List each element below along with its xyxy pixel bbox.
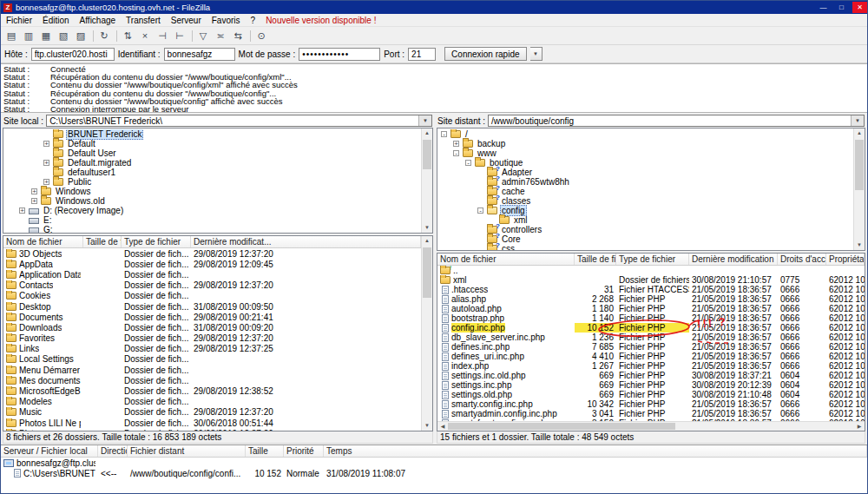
- local-file-row[interactable]: Documents Dossier de fich... 29/08/2019 …: [3, 312, 421, 322]
- local-tree-item[interactable]: Default.migrated: [3, 158, 421, 168]
- column-header[interactable]: Propriétai...: [826, 254, 865, 265]
- local-file-row[interactable]: Downloads Dossier de fich... 31/08/2019 …: [3, 322, 421, 333]
- column-header[interactable]: Droits d'accès: [778, 254, 826, 265]
- local-file-row[interactable]: MicrosoftEdgeB... Dossier de fich... 29/…: [3, 385, 421, 396]
- expander-icon[interactable]: [31, 198, 37, 204]
- toggle-local-tree-icon[interactable]: ▦: [37, 29, 55, 43]
- remote-file-row[interactable]: .htaccess 31 Fichier HTACCESS 21/05/2019…: [437, 285, 865, 294]
- expander-icon[interactable]: [19, 207, 25, 214]
- close-button[interactable]: ✕: [852, 2, 867, 13]
- maximize-button[interactable]: □: [834, 2, 849, 13]
- quickconnect-button[interactable]: Connexion rapide: [444, 47, 526, 61]
- remote-file-row[interactable]: ..: [437, 266, 865, 275]
- column-header[interactable]: Nom de fichier: [3, 236, 83, 247]
- toggle-log-icon[interactable]: ▥: [20, 29, 37, 43]
- local-file-row[interactable]: Photos LILI Ne p... Dossier de fich... 3…: [3, 418, 421, 428]
- expander-icon[interactable]: [477, 207, 483, 214]
- column-header[interactable]: Type de fichier: [616, 254, 689, 265]
- expander-icon[interactable]: [43, 160, 49, 166]
- remote-path-combobox[interactable]: /www/boutique/config ▼: [488, 115, 865, 127]
- scroll-up-icon[interactable]: ▲: [422, 128, 432, 138]
- local-file-row[interactable]: Pictures Dossier de fich... 29/08/2019 1…: [3, 428, 421, 431]
- menu-item[interactable]: Serveur: [166, 16, 207, 25]
- remote-file-row[interactable]: smarty.config.inc.php 10 342 Fichier PHP…: [437, 399, 865, 409]
- local-tree-item[interactable]: Windows.old: [3, 196, 421, 206]
- remote-list-hscrollbar[interactable]: ◀ ▶: [437, 421, 865, 431]
- combobox-arrow-icon[interactable]: ▼: [851, 115, 864, 126]
- minimize-button[interactable]: —: [816, 2, 831, 13]
- search-icon[interactable]: ⊙: [253, 29, 270, 43]
- scroll-up-icon[interactable]: ▲: [854, 128, 865, 138]
- local-tree-item[interactable]: defaultuser1: [3, 168, 421, 177]
- local-tree-item[interactable]: Default: [3, 139, 421, 148]
- expander-icon[interactable]: [453, 150, 459, 156]
- expander-icon[interactable]: [465, 160, 471, 166]
- scroll-up-icon[interactable]: ▲: [422, 236, 432, 246]
- scroll-down-icon[interactable]: ▼: [422, 223, 432, 233]
- password-input[interactable]: [299, 48, 380, 61]
- scrollbar-thumb[interactable]: [448, 423, 675, 430]
- remote-file-row[interactable]: xml Dossier de fichiers 30/08/2019 21:10…: [437, 275, 865, 285]
- local-file-row[interactable]: Menu Démarrer Dossier de fich...: [3, 365, 421, 375]
- synchronized-browsing-icon[interactable]: ⇆: [229, 29, 247, 43]
- scroll-down-icon[interactable]: ▼: [422, 421, 432, 431]
- queue-row[interactable]: bonnesafgz@ftp.cluster020...: [1, 458, 867, 468]
- expander-icon[interactable]: [453, 141, 459, 147]
- local-file-row[interactable]: 3D Objects Dossier de fich... 29/08/2019…: [3, 248, 421, 259]
- combobox-arrow-icon[interactable]: ▼: [418, 115, 431, 126]
- expander-icon[interactable]: [43, 141, 49, 147]
- remote-file-row[interactable]: defines.inc.php 7 685 Fichier PHP 21/05/…: [437, 342, 865, 352]
- local-tree-item[interactable]: Default User: [3, 148, 421, 158]
- scroll-right-icon[interactable]: ▶: [854, 422, 865, 431]
- column-header[interactable]: Priorité: [284, 445, 324, 457]
- menu-item[interactable]: Transfert: [121, 16, 166, 25]
- column-header[interactable]: Direction: [98, 445, 128, 457]
- local-file-row[interactable]: Modeles Dossier de fich...: [3, 397, 421, 407]
- local-tree-scrollbar[interactable]: ▲ ▼: [421, 128, 432, 233]
- local-file-row[interactable]: Application Data Dossier de fich...: [3, 269, 421, 280]
- scrollbar-thumb[interactable]: [855, 140, 864, 190]
- column-header[interactable]: Temps: [324, 445, 867, 457]
- local-tree-item[interactable]: G:: [3, 225, 421, 233]
- quickconnect-dropdown-icon[interactable]: ▼: [530, 47, 542, 61]
- local-file-row[interactable]: Music Dossier de fich... 29/08/2019 12:3…: [3, 407, 421, 418]
- column-header[interactable]: Taille de fi...: [575, 254, 616, 265]
- local-file-row[interactable]: Desktop Dossier de fich... 31/08/2019 00…: [3, 301, 421, 312]
- site-manager-icon[interactable]: ▤: [3, 29, 20, 43]
- menu-item[interactable]: Nouvelle version disponible !: [260, 16, 381, 25]
- toolbar-button[interactable]: [89, 29, 95, 43]
- remote-tree-item[interactable]: backup: [437, 139, 853, 148]
- remote-tree-item[interactable]: css: [437, 244, 853, 250]
- column-header[interactable]: Taille de fic...: [83, 236, 122, 247]
- menu-item[interactable]: Fichier: [1, 16, 37, 25]
- refresh-icon[interactable]: ↻: [95, 29, 113, 43]
- local-path-combobox[interactable]: C:\Users\BRUNET Frederick\ ▼: [46, 115, 432, 127]
- local-tree-item[interactable]: E:: [3, 215, 421, 225]
- local-tree-item[interactable]: BRUNET Frederick: [3, 129, 421, 139]
- remote-file-row[interactable]: settings.inc.php 669 Fichier PHP 30/08/2…: [437, 380, 865, 390]
- remote-file-row[interactable]: alias.php 2 268 Fichier PHP 21/05/2019 1…: [437, 294, 865, 304]
- local-tree-item[interactable]: Windows: [3, 187, 421, 196]
- column-header[interactable]: Fichier distant: [128, 445, 246, 457]
- remote-file-row[interactable]: settings.inc.old.php 669 Fichier PHP 30/…: [437, 371, 865, 380]
- expander-icon[interactable]: [31, 188, 37, 194]
- filter-icon[interactable]: ▽: [194, 29, 212, 43]
- toolbar-button[interactable]: [188, 29, 194, 43]
- remote-file-row[interactable]: settings.old.php 669 Fichier PHP 30/08/2…: [437, 390, 865, 399]
- remote-tree-item[interactable]: /: [437, 129, 853, 139]
- toggle-queue-icon[interactable]: ▨: [72, 29, 89, 43]
- local-file-row[interactable]: Contacts Dossier de fich... 29/08/2019 1…: [3, 280, 421, 291]
- remote-file-row[interactable]: autoload.php 1 180 Fichier PHP 21/05/201…: [437, 304, 865, 313]
- toolbar-button[interactable]: [247, 29, 253, 43]
- local-file-row[interactable]: Local Settings Dossier de fich...: [3, 354, 421, 365]
- queue-row[interactable]: C:\Users\BRUNET Frederic... <<-- /www/bo…: [1, 468, 867, 478]
- remote-file-row[interactable]: config.inc.php 10 152 Fichier PHP 21/05/…: [437, 323, 865, 333]
- column-header[interactable]: Nom de fichier: [437, 254, 575, 265]
- local-file-row[interactable]: Mes documents Dossier de fich...: [3, 375, 421, 385]
- local-tree-item[interactable]: D: (Recovery Image): [3, 206, 421, 215]
- reconnect-icon[interactable]: ⊢: [171, 29, 188, 43]
- remote-file-row[interactable]: smartyadmin.config.inc.php 3 041 Fichier…: [437, 409, 865, 418]
- local-file-row[interactable]: Favorites Dossier de fich... 29/08/2019 …: [3, 333, 421, 344]
- local-file-row[interactable]: Cookies Dossier de fich...: [3, 291, 421, 301]
- scroll-left-icon[interactable]: ◀: [437, 422, 448, 431]
